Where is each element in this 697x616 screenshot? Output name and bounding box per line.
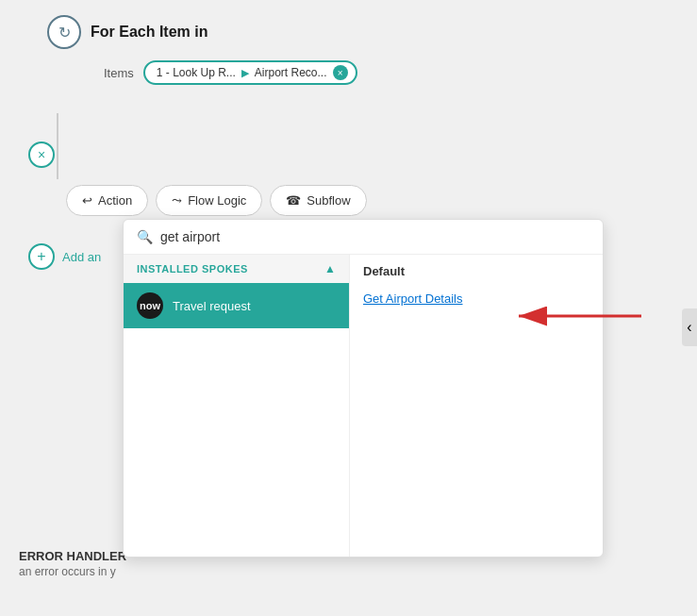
result-item-get-airport[interactable]: Get Airport Details: [363, 288, 589, 309]
close-button[interactable]: ×: [28, 142, 55, 168]
for-each-section: ↻ For Each Item in Items 1 - Look Up R..…: [0, 0, 697, 85]
error-handler-label: E: [19, 549, 27, 563]
add-action-section: + Add an: [28, 243, 101, 270]
spoke-icon-text: now: [140, 300, 160, 311]
dropdown-panel: 🔍 INSTALLED SPOKES ▲ now Travel request: [123, 219, 604, 558]
left-panel: INSTALLED SPOKES ▲ now Travel request: [124, 255, 350, 557]
subflow-icon: ☎: [286, 193, 301, 208]
close-icon: ×: [38, 147, 45, 162]
loop-icon: ↻: [58, 24, 71, 42]
action-icon: ↩: [82, 193, 92, 208]
items-pill[interactable]: 1 - Look Up R... ▶ Airport Reco... ×: [143, 60, 357, 85]
pill-part1: 1 - Look Up R...: [157, 66, 236, 79]
right-edge-toggle[interactable]: ‹: [682, 308, 697, 346]
result-text: Get Airport Details: [363, 291, 463, 306]
tab-action[interactable]: ↩ Action: [66, 185, 148, 216]
error-handler-label-rest: RROR HANDLER: [27, 549, 126, 563]
search-icon: 🔍: [137, 229, 153, 244]
tab-flow-logic-label: Flow Logic: [188, 193, 246, 208]
search-input[interactable]: [160, 229, 589, 244]
tab-subflow-label: Subflow: [307, 193, 350, 208]
canvas-area: ↻ For Each Item in Items 1 - Look Up R..…: [0, 0, 697, 616]
chevron-up-icon: ▲: [324, 262, 336, 275]
error-handler-desc: an error occurs in y: [19, 565, 126, 578]
add-action-label: Add an: [62, 250, 101, 264]
tab-flow-logic[interactable]: ⤳ Flow Logic: [156, 185, 262, 216]
installed-spokes-title: INSTALLED SPOKES: [137, 263, 248, 275]
tabs-row: ↩ Action ⤳ Flow Logic ☎ Subflow: [66, 185, 367, 216]
for-each-title: For Each Item in: [91, 24, 207, 41]
add-action-button[interactable]: +: [28, 243, 55, 270]
items-row: Items 1 - Look Up R... ▶ Airport Reco...…: [104, 60, 697, 85]
spoke-item-travel-request[interactable]: now Travel request: [124, 283, 349, 328]
flow-logic-icon: ⤳: [172, 193, 182, 208]
connector-line: [57, 113, 58, 179]
dropdown-body: INSTALLED SPOKES ▲ now Travel request De…: [124, 255, 603, 557]
pill-part2: Airport Reco...: [255, 66, 327, 79]
tab-subflow[interactable]: ☎ Subflow: [270, 185, 366, 216]
right-panel-header: Default: [363, 264, 589, 278]
pill-close-button[interactable]: ×: [333, 65, 348, 80]
for-each-header: ↻ For Each Item in: [47, 15, 697, 49]
items-label: Items: [104, 66, 134, 80]
spoke-now-icon: now: [137, 292, 163, 319]
tab-action-label: Action: [98, 193, 132, 208]
search-bar: 🔍: [124, 220, 603, 255]
error-handler-title: ERROR HANDLER: [19, 549, 126, 563]
add-icon: +: [37, 248, 45, 265]
section-header: INSTALLED SPOKES ▲: [124, 255, 349, 283]
pill-arrow-icon: ▶: [241, 67, 249, 79]
right-toggle-icon: ‹: [687, 319, 691, 336]
right-panel: Default Get Airport Details: [350, 255, 603, 557]
add-action-row: ×: [28, 142, 55, 168]
spoke-label: Travel request: [173, 299, 251, 313]
for-each-icon: ↻: [47, 15, 81, 49]
